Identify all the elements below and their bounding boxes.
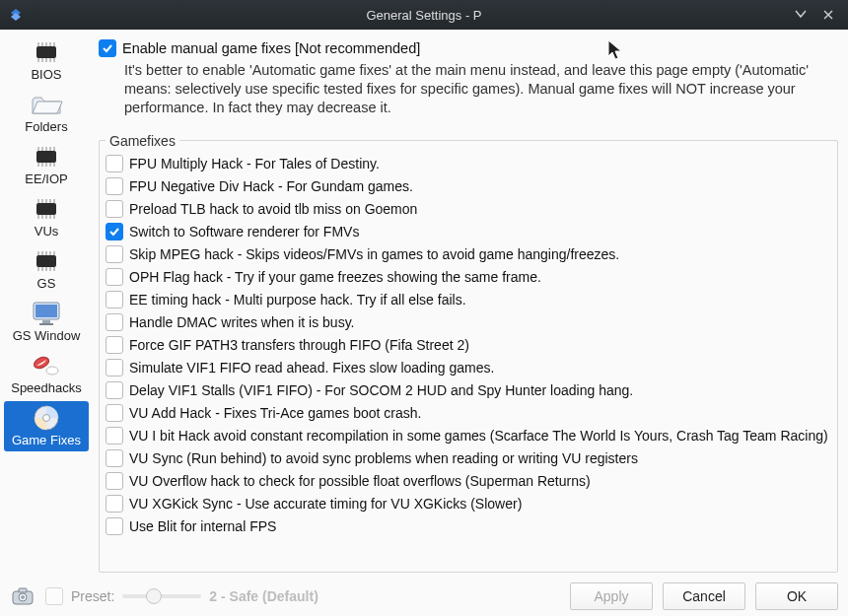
gamefix-row: OPH Flag hack - Try if your game freezes… [106, 268, 831, 286]
preset-area: Preset: 2 - Safe (Default) [45, 586, 318, 606]
preset-slider[interactable] [122, 586, 201, 606]
gamefix-label[interactable]: VU Add Hack - Fixes Tri-Ace games boot c… [129, 405, 421, 421]
gamefix-label[interactable]: VU I bit Hack avoid constant recompilati… [129, 428, 828, 444]
gamefix-row: Switch to Software renderer for FMVs [106, 223, 831, 240]
chip-icon [30, 142, 63, 171]
gamefix-row: Preload TLB hack to avoid tlb miss on Go… [106, 200, 831, 218]
sidebar-item-label: Game Fixes [12, 433, 81, 447]
sidebar-item-gs[interactable]: GS [4, 244, 89, 295]
sidebar-item-speedhacks[interactable]: Speedhacks [4, 349, 89, 399]
gamefixes-list: FPU Multiply Hack - For Tales of Destiny… [106, 153, 831, 535]
gamefix-row: VU Add Hack - Fixes Tri-Ace games boot c… [106, 404, 831, 422]
gamefix-checkbox[interactable] [106, 449, 123, 467]
svg-point-50 [46, 367, 58, 375]
gamefix-checkbox[interactable] [106, 404, 123, 422]
description-text: It's better to enable 'Automatic game fi… [99, 61, 838, 117]
preset-checkbox[interactable] [45, 587, 63, 605]
gamefix-checkbox[interactable] [106, 517, 123, 535]
app-icon [8, 7, 24, 23]
gamefix-label[interactable]: Use Blit for internal FPS [129, 518, 276, 534]
gamefix-label[interactable]: Preload TLB hack to avoid tlb miss on Go… [129, 201, 417, 217]
sidebar-item-folders[interactable]: Folders [4, 88, 89, 138]
sidebar-item-label: GS Window [13, 328, 81, 343]
gamefix-checkbox[interactable] [106, 381, 123, 399]
gamefix-row: Handle DMAC writes when it is busy. [106, 313, 831, 331]
gamefix-label[interactable]: Delay VIF1 Stalls (VIF1 FIFO) - For SOCO… [129, 382, 633, 398]
gamefix-checkbox[interactable] [106, 336, 123, 354]
gamefix-label[interactable]: Switch to Software renderer for FMVs [129, 224, 359, 240]
titlebar: General Settings - P [0, 0, 848, 30]
sidebar-item-gswindow[interactable]: GS Window [4, 297, 89, 347]
minimize-button[interactable] [789, 3, 813, 27]
enable-manual-fixes-row: Enable manual game fixes [Not recommende… [99, 39, 838, 57]
sidebar-item-vus[interactable]: VUs [4, 192, 89, 242]
gamefix-row: Delay VIF1 Stalls (VIF1 FIFO) - For SOCO… [106, 381, 831, 399]
gamefix-row: Skip MPEG hack - Skips videos/FMVs in ga… [106, 245, 831, 263]
cancel-button[interactable]: Cancel [663, 582, 745, 610]
svg-point-52 [43, 415, 50, 422]
svg-rect-45 [35, 305, 57, 317]
gamefix-checkbox[interactable] [106, 177, 123, 195]
preset-label: Preset: [71, 588, 114, 604]
sidebar-item-label: GS [37, 276, 56, 291]
chip-icon [30, 246, 63, 276]
screenshot-icon[interactable] [10, 585, 35, 607]
gamefix-checkbox[interactable] [106, 155, 123, 172]
gamefix-row: Force GIF PATH3 transfers through FIFO (… [106, 336, 831, 354]
gamefix-label[interactable]: Skip MPEG hack - Skips videos/FMVs in ga… [129, 246, 619, 262]
enable-manual-fixes-label[interactable]: Enable manual game fixes [Not recommende… [122, 39, 420, 56]
gamefixes-legend: Gamefixes [106, 133, 179, 149]
sidebar-item-bios[interactable]: BIOS [4, 35, 89, 86]
gamefix-label[interactable]: Simulate VIF1 FIFO read ahead. Fixes slo… [129, 360, 494, 376]
gamefix-checkbox[interactable] [106, 268, 123, 286]
preset-value: 2 - Safe (Default) [209, 588, 318, 604]
gamefix-label[interactable]: VU XGKick Sync - Use accurate timing for… [129, 496, 522, 512]
svg-rect-54 [19, 588, 27, 592]
svg-rect-0 [36, 46, 56, 58]
gamefix-row: VU Sync (Run behind) to avoid sync probl… [106, 449, 831, 467]
gamefix-label[interactable]: EE timing hack - Multi purpose hack. Try… [129, 292, 466, 308]
gamefixes-group: Gamefixes FPU Multiply Hack - For Tales … [99, 133, 838, 573]
sidebar-item-label: VUs [35, 224, 59, 239]
gamefix-checkbox[interactable] [106, 427, 123, 445]
pills-icon [30, 351, 63, 380]
gamefix-checkbox[interactable] [106, 495, 123, 513]
gamefix-label[interactable]: FPU Negative Div Hack - For Gundam games… [129, 178, 413, 194]
sidebar-item-label: BIOS [31, 67, 61, 82]
gamefix-checkbox[interactable] [106, 472, 123, 490]
svg-rect-46 [42, 320, 50, 323]
gamefix-checkbox[interactable] [106, 359, 123, 376]
gamefix-label[interactable]: Force GIF PATH3 transfers through FIFO (… [129, 337, 469, 353]
chip-icon [30, 37, 63, 67]
gamefix-label[interactable]: VU Sync (Run behind) to avoid sync probl… [129, 450, 638, 466]
sidebar-item-label: Folders [25, 119, 67, 134]
sidebar: BIOSFoldersEE/IOPVUsGSGS WindowSpeedhack… [0, 30, 93, 577]
gamefix-row: FPU Negative Div Hack - For Gundam games… [106, 177, 831, 195]
bottom-bar: Preset: 2 - Safe (Default) Apply Cancel … [0, 577, 848, 616]
gamefix-row: Simulate VIF1 FIFO read ahead. Fixes slo… [106, 359, 831, 376]
main-panel: Enable manual game fixes [Not recommende… [93, 30, 848, 577]
svg-rect-11 [36, 151, 56, 163]
sidebar-item-eeiop[interactable]: EE/IOP [4, 140, 89, 190]
gamefix-checkbox[interactable] [106, 200, 123, 218]
enable-manual-fixes-checkbox[interactable] [99, 39, 116, 57]
gamefix-row: EE timing hack - Multi purpose hack. Try… [106, 291, 831, 308]
gamefix-checkbox[interactable] [106, 245, 123, 263]
gamefix-checkbox[interactable] [106, 313, 123, 331]
gamefix-label[interactable]: Handle DMAC writes when it is busy. [129, 314, 354, 330]
sidebar-item-gamefixes[interactable]: Game Fixes [4, 401, 89, 451]
gamefix-checkbox[interactable] [106, 223, 123, 240]
close-button[interactable] [816, 3, 840, 27]
sidebar-item-label: EE/IOP [25, 171, 67, 186]
window-title: General Settings - P [366, 8, 481, 23]
gamefix-label[interactable]: OPH Flag hack - Try if your game freezes… [129, 269, 541, 285]
body: BIOSFoldersEE/IOPVUsGSGS WindowSpeedhack… [0, 30, 848, 577]
ok-button[interactable]: OK [755, 582, 838, 610]
gamefix-row: Use Blit for internal FPS [106, 517, 831, 535]
gamefix-row: VU Overflow hack to check for possible f… [106, 472, 831, 490]
svg-rect-22 [36, 203, 56, 215]
apply-button[interactable]: Apply [570, 582, 653, 610]
gamefix-checkbox[interactable] [106, 291, 123, 308]
gamefix-label[interactable]: FPU Multiply Hack - For Tales of Destiny… [129, 156, 380, 171]
gamefix-label[interactable]: VU Overflow hack to check for possible f… [129, 473, 591, 489]
